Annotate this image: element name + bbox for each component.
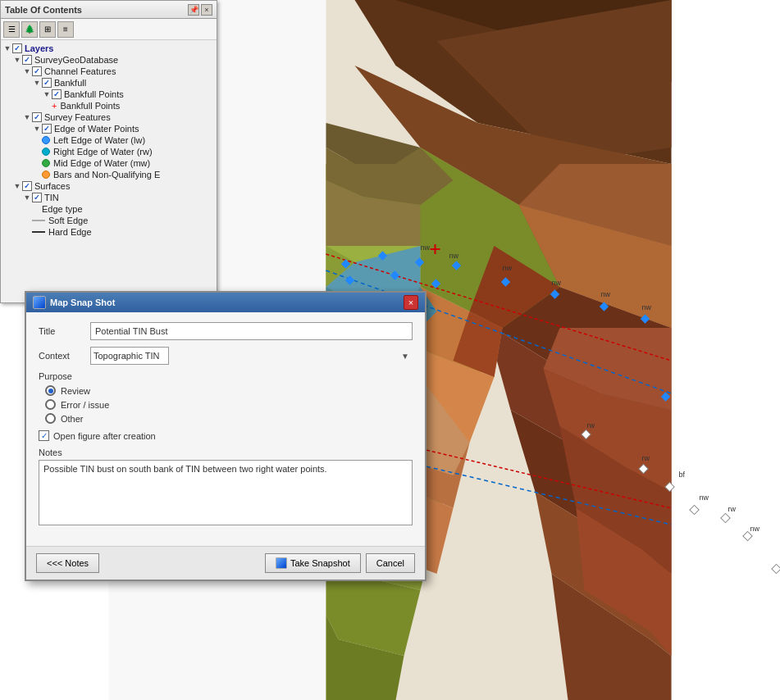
radio-review-label: Review <box>61 386 90 396</box>
expand-arrow-8[interactable]: ▼ <box>12 181 22 191</box>
notes-textarea[interactable]: Possible TIN bust on south bank of TIN b… <box>39 460 413 525</box>
context-select[interactable]: Topographic TIN Survey Data Channel Feat… <box>90 347 169 365</box>
toc-panel: Table Of Contents 📌 × ☰ 🌲 ⊞ ≡ ▼ ✓ Layers… <box>0 0 217 303</box>
label-surfaces: Surfaces <box>34 181 70 191</box>
open-figure-row[interactable]: ✓ Open figure after creation <box>39 430 413 441</box>
label-channel: Channel Features <box>44 66 116 76</box>
snapshot-btn-label: Take Snapshot <box>290 558 350 568</box>
toc-toolbar: ☰ 🌲 ⊞ ≡ <box>1 19 217 40</box>
snapshot-dialog: Map Snap Shot × Title Context Topographi… <box>25 291 426 581</box>
radio-error-label: Error / issue <box>61 400 109 410</box>
dialog-footer: <<< Notes Take Snapshot Cancel <box>26 546 425 580</box>
label-bars: Bars and Non-Qualifying E <box>53 170 160 180</box>
context-select-wrapper: Topographic TIN Survey Data Channel Feat… <box>90 347 413 365</box>
settings-btn[interactable]: ≡ <box>57 21 74 38</box>
dialog-title: Map Snap Shot <box>33 296 115 309</box>
expand-arrow-4[interactable]: ▼ <box>32 78 42 88</box>
purpose-label: Purpose <box>39 371 413 381</box>
expand-arrow-2[interactable]: ▼ <box>12 55 22 65</box>
list-view-btn[interactable]: ☰ <box>3 21 20 38</box>
label-left-edge: Left Edge of Water (lw) <box>53 135 145 145</box>
tree-item-bankfull-pts[interactable]: ▼ ✓ Bankfull Points <box>2 89 215 100</box>
open-figure-checkbox[interactable]: ✓ <box>39 430 49 441</box>
tree-item-edge-type: Edge type <box>2 203 215 215</box>
tree-item-channel[interactable]: ▼ ✓ Channel Features <box>2 66 215 77</box>
radio-other-label: Other <box>61 414 84 424</box>
radio-review[interactable] <box>45 385 56 396</box>
label-bankfull-sym: Bankfull Points <box>60 101 120 111</box>
label-bankfull: Bankfull <box>54 78 86 88</box>
checkbox-survey-geo[interactable]: ✓ <box>22 55 32 65</box>
tree-item-bankfull[interactable]: ▼ ✓ Bankfull <box>2 77 215 89</box>
expand-arrow-7[interactable]: ▼ <box>32 124 42 134</box>
dot-green <box>42 159 50 167</box>
dot-teal <box>42 148 50 156</box>
expand-arrow-3[interactable]: ▼ <box>22 66 32 76</box>
label-hard-edge: Hard Edge <box>48 227 92 237</box>
checkbox-layers[interactable]: ✓ <box>12 43 22 53</box>
tree-view-btn[interactable]: 🌲 <box>21 21 38 38</box>
dot-blue <box>42 136 50 144</box>
radio-review-row[interactable]: Review <box>39 385 413 396</box>
toc-title: Table Of Contents <box>5 5 82 15</box>
tree-item-hard-edge[interactable]: Hard Edge <box>2 226 215 238</box>
checkbox-channel[interactable]: ✓ <box>32 66 42 76</box>
radio-error[interactable] <box>45 399 56 410</box>
notes-button[interactable]: <<< Notes <box>36 553 99 573</box>
expand-arrow-9[interactable]: ▼ <box>22 193 32 202</box>
radio-other-row[interactable]: Other <box>39 413 413 424</box>
checkbox-survey-feat[interactable]: ✓ <box>32 112 42 122</box>
dialog-camera-icon <box>33 296 46 309</box>
tree-item-surfaces[interactable]: ▼ ✓ Surfaces <box>2 180 215 192</box>
snapshot-button[interactable]: Take Snapshot <box>265 553 361 573</box>
expand-arrow-6[interactable]: ▼ <box>22 112 32 122</box>
dialog-close-button[interactable]: × <box>404 295 418 310</box>
dialog-titlebar: Map Snap Shot × <box>26 293 425 312</box>
expand-arrow[interactable]: ▼ <box>2 43 12 53</box>
radio-error-row[interactable]: Error / issue <box>39 399 413 410</box>
tree-item-soft-edge[interactable]: Soft Edge <box>2 215 215 226</box>
checkbox-bankfull[interactable]: ✓ <box>42 78 52 88</box>
open-figure-label[interactable]: Open figure after creation <box>53 431 156 441</box>
expand-arrow-5[interactable]: ▼ <box>42 89 52 99</box>
notes-label: Notes <box>39 448 413 457</box>
dot-orange <box>42 170 50 179</box>
tree-item-survey-feat[interactable]: ▼ ✓ Survey Features <box>2 111 215 123</box>
line-darkgray <box>32 231 45 233</box>
snapshot-btn-icon <box>276 557 287 569</box>
title-label: Title <box>39 326 84 336</box>
checkbox-tin[interactable]: ✓ <box>32 193 42 202</box>
label-right-edge: Right Edge of Water (rw) <box>53 147 153 157</box>
tree-item-layers[interactable]: ▼ ✓ Layers <box>2 43 215 54</box>
tree-item-survey-geo[interactable]: ▼ ✓ SurveyGeoDatabase <box>2 54 215 66</box>
title-row: Title <box>39 322 413 340</box>
tree-item-mid-edge[interactable]: Mid Edge of Water (mw) <box>2 157 215 169</box>
tree-item-right-edge[interactable]: Right Edge of Water (rw) <box>2 146 215 157</box>
dialog-content: Title Context Topographic TIN Survey Dat… <box>26 312 425 546</box>
tree-item-tin[interactable]: ▼ ✓ TIN <box>2 192 215 203</box>
toc-tree: ▼ ✓ Layers ▼ ✓ SurveyGeoDatabase ▼ ✓ Cha… <box>1 40 217 302</box>
checkbox-edge-water[interactable]: ✓ <box>42 124 52 134</box>
tree-item-bars[interactable]: Bars and Non-Qualifying E <box>2 169 215 180</box>
context-row: Context Topographic TIN Survey Data Chan… <box>39 347 413 365</box>
toc-pin-btn[interactable]: 📌 <box>188 4 199 16</box>
toc-close-btn[interactable]: × <box>201 4 212 16</box>
label-layers: Layers <box>25 43 53 53</box>
tree-item-bankfull-sym[interactable]: + Bankfull Points <box>2 100 215 111</box>
layer-options-btn[interactable]: ⊞ <box>39 21 56 38</box>
cancel-button[interactable]: Cancel <box>366 553 415 573</box>
label-edge-water: Edge of Water Points <box>54 124 139 134</box>
title-input[interactable] <box>90 322 413 340</box>
tree-item-edge-water[interactable]: ▼ ✓ Edge of Water Points <box>2 123 215 134</box>
label-bankfull-pts: Bankfull Points <box>64 89 124 99</box>
notes-section: Notes Possible TIN bust on south bank of… <box>39 448 413 528</box>
radio-other[interactable] <box>45 413 56 424</box>
select-arrow-icon: ▼ <box>401 352 409 361</box>
checkbox-bankfull-pts[interactable]: ✓ <box>52 89 62 99</box>
purpose-group: Purpose Review Error / issue Other <box>39 371 413 424</box>
line-gray <box>32 220 45 221</box>
context-label: Context <box>39 351 84 361</box>
label-tin: TIN <box>44 193 59 202</box>
tree-item-left-edge[interactable]: Left Edge of Water (lw) <box>2 134 215 146</box>
checkbox-surfaces[interactable]: ✓ <box>22 181 32 191</box>
